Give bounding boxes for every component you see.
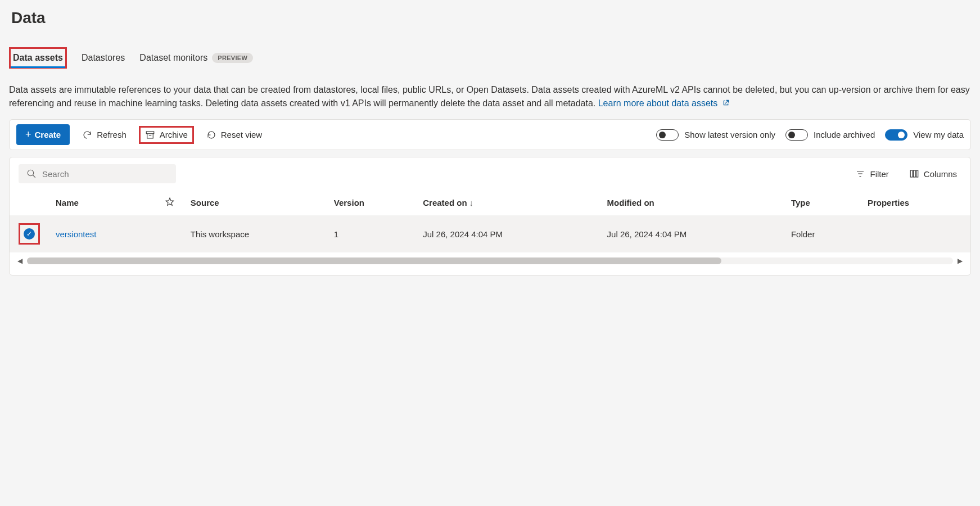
button-label: Columns (924, 169, 957, 179)
horizontal-scrollbar[interactable]: ◀ ▶ (10, 252, 970, 269)
scroll-left-icon[interactable]: ◀ (17, 257, 22, 265)
search-input[interactable] (42, 169, 168, 179)
button-label: Create (35, 130, 61, 139)
button-label: Reset view (221, 130, 262, 139)
col-source[interactable]: Source (183, 190, 326, 215)
svg-rect-4 (916, 170, 918, 177)
reset-view-button[interactable]: Reset view (202, 126, 267, 143)
checkbox-checked-icon[interactable]: ✓ (24, 228, 35, 240)
archive-button[interactable]: Archive (139, 126, 194, 144)
preview-badge: PREVIEW (212, 53, 253, 63)
tab-label: Dataset monitors (139, 53, 207, 63)
svg-rect-0 (146, 132, 154, 134)
toggle-include-archived[interactable]: Include archived (785, 129, 875, 141)
col-type[interactable]: Type (783, 190, 860, 215)
link-text: Learn more about data assets (598, 98, 718, 108)
reset-icon (206, 130, 216, 140)
svg-rect-3 (913, 170, 915, 177)
toggle-label: Include archived (814, 130, 875, 139)
refresh-button[interactable]: Refresh (78, 126, 131, 143)
tab-datastores[interactable]: Datastores (82, 47, 125, 69)
scroll-right-icon[interactable]: ▶ (958, 257, 963, 265)
col-label: Created on (423, 198, 467, 207)
col-created-on[interactable]: Created on↓ (415, 190, 599, 215)
col-select (10, 190, 48, 215)
svg-point-1 (28, 170, 34, 176)
button-label: Archive (160, 130, 188, 139)
scrollbar-track[interactable] (27, 257, 953, 264)
toggle-switch[interactable] (885, 129, 907, 141)
button-label: Filter (870, 169, 888, 179)
filter-button[interactable]: Filter (851, 165, 893, 182)
toggle-switch[interactable] (785, 129, 808, 141)
description-text: Data assets are immutable references to … (0, 69, 980, 119)
sort-down-icon: ↓ (469, 198, 474, 207)
description-body: Data assets are immutable references to … (9, 85, 970, 108)
cell-source: This workspace (183, 215, 326, 252)
learn-more-link[interactable]: Learn more about data assets (598, 98, 730, 108)
col-version[interactable]: Version (326, 190, 415, 215)
archive-icon (145, 130, 155, 140)
toggle-label: Show latest version only (684, 130, 775, 139)
table-row[interactable]: ✓ versiontest This workspace 1 Jul 26, 2… (10, 215, 970, 252)
cell-created-on: Jul 26, 2024 4:04 PM (415, 215, 599, 252)
data-table: Name Source Version Created on↓ Modified… (10, 190, 970, 252)
search-box[interactable] (19, 164, 176, 183)
tab-label: Datastores (82, 53, 125, 63)
scrollbar-thumb[interactable] (27, 257, 721, 264)
tab-dataset-monitors[interactable]: Dataset monitors PREVIEW (139, 47, 253, 69)
table-panel: Filter Columns Name Source Version (9, 157, 971, 275)
external-link-icon (722, 100, 730, 108)
col-properties[interactable]: Properties (860, 190, 970, 215)
filter-icon (855, 169, 865, 179)
columns-button[interactable]: Columns (905, 165, 961, 182)
col-favorite[interactable] (157, 190, 183, 215)
toggle-label: View my data (913, 130, 964, 139)
col-name[interactable]: Name (48, 190, 157, 215)
cell-version: 1 (326, 215, 415, 252)
svg-rect-2 (910, 170, 913, 177)
tab-label: Data assets (13, 53, 63, 63)
refresh-icon (82, 130, 92, 140)
page-title: Data (0, 0, 980, 36)
col-modified-on[interactable]: Modified on (599, 190, 783, 215)
toggle-view-my-data[interactable]: View my data (885, 129, 964, 141)
toggle-latest-version[interactable]: Show latest version only (656, 129, 775, 141)
cell-properties (860, 215, 970, 252)
tab-bar: Data assets Datastores Dataset monitors … (0, 47, 980, 69)
search-icon (26, 169, 37, 179)
toggle-switch[interactable] (656, 129, 679, 141)
row-select-highlight: ✓ (19, 223, 40, 245)
create-button[interactable]: + Create (16, 124, 70, 145)
button-label: Refresh (97, 130, 127, 139)
columns-icon (909, 169, 919, 179)
toolbar: + Create Refresh Archive Reset view Show… (9, 119, 971, 150)
asset-name-link[interactable]: versiontest (56, 229, 97, 239)
star-icon (165, 197, 175, 207)
cell-modified-on: Jul 26, 2024 4:04 PM (599, 215, 783, 252)
tab-active-indicator (11, 66, 65, 68)
tab-data-assets[interactable]: Data assets (9, 47, 67, 69)
cell-type: Folder (783, 215, 860, 252)
plus-icon: + (25, 129, 31, 141)
